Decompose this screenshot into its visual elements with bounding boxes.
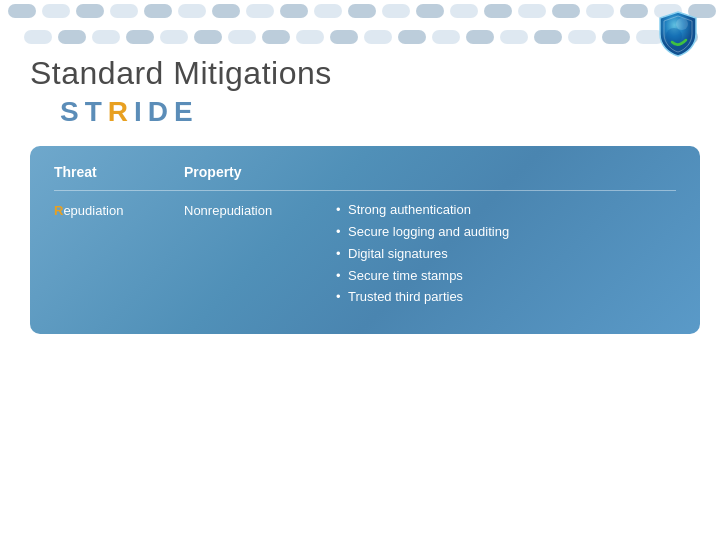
stride-t: T	[85, 96, 108, 127]
stride-i: I	[134, 96, 148, 127]
background-pattern	[0, 0, 720, 60]
list-item: Secure logging and auditing	[334, 223, 676, 242]
content-card: Threat Property Repudiation Nonrepudiati…	[30, 146, 700, 334]
mitigations-cell: Strong authentication Secure logging and…	[334, 201, 676, 310]
threat-rest: epudiation	[63, 203, 123, 218]
stride-e: E	[174, 96, 199, 127]
shield-icon	[652, 8, 704, 60]
list-item: Strong authentication	[334, 201, 676, 220]
table-row: Repudiation Nonrepudiation Strong authen…	[54, 201, 676, 310]
page-title: Standard Mitigations	[30, 55, 700, 92]
mitigations-list: Strong authentication Secure logging and…	[334, 201, 676, 307]
stride-subtitle: STRIDE	[60, 96, 700, 128]
property-cell: Nonrepudiation	[184, 201, 334, 218]
col-header-property: Property	[184, 164, 334, 180]
svg-point-0	[676, 18, 688, 30]
stride-r: R	[108, 96, 134, 127]
stride-s: S	[60, 96, 85, 127]
svg-point-1	[666, 28, 682, 44]
list-item: Trusted third parties	[334, 288, 676, 307]
header-divider	[54, 190, 676, 191]
list-item: Secure time stamps	[334, 267, 676, 286]
threat-cell: Repudiation	[54, 201, 184, 218]
main-content: Standard Mitigations STRIDE Threat Prope…	[30, 55, 700, 334]
stride-d: D	[148, 96, 174, 127]
threat-first-letter: R	[54, 203, 63, 218]
table-header: Threat Property	[54, 164, 676, 180]
list-item: Digital signatures	[334, 245, 676, 264]
col-header-threat: Threat	[54, 164, 184, 180]
col-header-mitigations	[334, 164, 676, 180]
